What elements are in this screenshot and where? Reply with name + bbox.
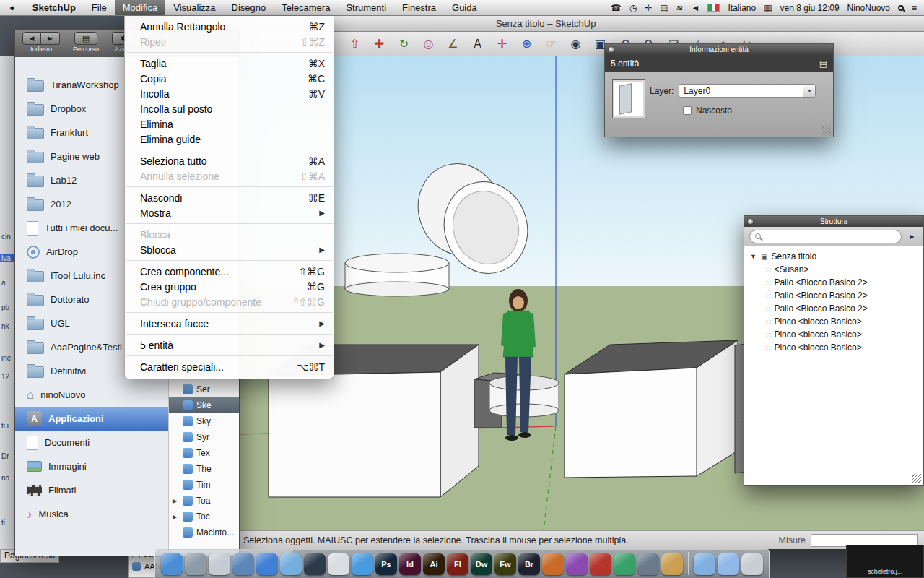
tape-measure-tool-icon[interactable]: ∠ bbox=[445, 35, 461, 52]
menu-item-seleziona-tutto[interactable]: Seleziona tutto⌘A bbox=[125, 153, 334, 168]
axes-tool-icon[interactable]: ✛ bbox=[494, 35, 510, 52]
file-row-toa[interactable]: ▶Toa bbox=[169, 493, 239, 509]
menu-item-caratteri-speciali[interactable]: Caratteri speciali...⌥⌘T bbox=[125, 359, 334, 374]
cylinder-left[interactable] bbox=[345, 254, 449, 296]
layer-select[interactable]: Layer0 ▼ bbox=[679, 84, 816, 98]
entity-info-titlebar[interactable]: Informazioni entità bbox=[605, 44, 833, 55]
menubar-item-strumenti[interactable]: Strumenti bbox=[338, 0, 394, 15]
dock-app-icon-6[interactable] bbox=[637, 553, 659, 575]
file-row-the[interactable]: The bbox=[169, 461, 239, 477]
dock-itunes-icon[interactable] bbox=[352, 553, 373, 575]
menu-item-elimina[interactable]: Elimina bbox=[125, 116, 334, 131]
outliner-search-input[interactable] bbox=[749, 230, 902, 243]
offset-tool-icon[interactable]: ◎ bbox=[420, 35, 437, 52]
menu-item-elimina-guide[interactable]: Elimina guide bbox=[125, 131, 334, 147]
text-tool-icon[interactable]: A bbox=[469, 35, 486, 52]
dock-app-icon-4[interactable] bbox=[566, 553, 588, 575]
file-row-ske[interactable]: Ske bbox=[169, 397, 239, 413]
panel-toggle-icon[interactable]: ▤ bbox=[819, 59, 827, 69]
tree-item-pinco-blocco-basico[interactable]: ∷Pinco <blocco Basico> bbox=[744, 341, 923, 354]
resize-grip[interactable] bbox=[912, 474, 921, 483]
italian-flag-icon[interactable] bbox=[707, 4, 720, 12]
keyboard-viewer-icon[interactable]: ▦ bbox=[764, 3, 772, 13]
path-button[interactable]: ▤ bbox=[74, 32, 97, 45]
menubar-item-disegno[interactable]: Disegno bbox=[224, 0, 274, 15]
dock-illustrator-icon[interactable]: Ai bbox=[423, 553, 445, 575]
filter-icon[interactable]: ▸ bbox=[906, 230, 918, 243]
menubar-item-visualizza[interactable]: Visualizza bbox=[165, 0, 223, 15]
rotate-tool-icon[interactable]: ↻ bbox=[396, 35, 412, 52]
sidebar-item-filmati[interactable]: Filmati bbox=[15, 478, 168, 502]
sidebar-item-ninonuovo[interactable]: ⌂ninoNuovo bbox=[15, 383, 168, 407]
dock-app-icon-3[interactable] bbox=[542, 553, 564, 575]
tree-root[interactable]: ▼▣Senza titolo bbox=[744, 250, 923, 263]
spotlight-icon[interactable] bbox=[898, 5, 904, 11]
dock-app-icon-1[interactable] bbox=[304, 553, 326, 575]
file-row-toc[interactable]: ▶Toc bbox=[169, 509, 239, 525]
menu-item-crea-componente[interactable]: Crea componente...⇧⌘G bbox=[125, 264, 334, 279]
dock-documents-stack-icon[interactable] bbox=[694, 553, 715, 575]
file-row-tim[interactable]: Tim bbox=[169, 477, 239, 493]
dock-dashboard-icon[interactable] bbox=[185, 553, 206, 575]
dock-trash-icon[interactable] bbox=[741, 553, 763, 575]
menubar-item-telecamera[interactable]: Telecamera bbox=[274, 0, 338, 15]
file-row-macinto[interactable]: Macinto... bbox=[169, 525, 239, 540]
close-icon[interactable] bbox=[608, 46, 614, 53]
disclosure-triangle-icon[interactable]: ▶ bbox=[173, 498, 179, 504]
menu-item-5-entit[interactable]: 5 entità▶ bbox=[125, 337, 334, 353]
menubar-clock[interactable]: ven 8 giu 12:09 bbox=[780, 3, 840, 13]
dock-bridge-icon[interactable]: Br bbox=[518, 553, 540, 575]
file-row-syr[interactable]: Syr bbox=[169, 429, 239, 445]
tree-item-susan[interactable]: ∷<Susan> bbox=[744, 263, 923, 276]
dock-app-icon-2[interactable] bbox=[328, 553, 349, 575]
dock-downloads-stack-icon[interactable] bbox=[718, 553, 739, 575]
menu-item-interseca-facce[interactable]: Interseca facce▶ bbox=[125, 316, 334, 331]
menu-item-nascondi[interactable]: Nascondi⌘E bbox=[125, 190, 334, 205]
dock-launchpad-icon[interactable] bbox=[209, 553, 230, 575]
menu-item-sblocca[interactable]: Sblocca▶ bbox=[125, 242, 334, 257]
forward-button[interactable]: ▶ bbox=[41, 32, 60, 45]
hidden-checkbox[interactable] bbox=[683, 106, 692, 115]
dock-mission-control-icon[interactable] bbox=[232, 553, 254, 575]
input-language[interactable]: Italiano bbox=[728, 3, 756, 13]
sidebar-item-musica[interactable]: ♪Musica bbox=[15, 502, 168, 526]
window-thumbnail[interactable]: scheletro.j... bbox=[846, 545, 924, 578]
wifi-icon[interactable]: ≋ bbox=[676, 3, 684, 13]
dock-dreamweaver-icon[interactable]: Dw bbox=[471, 553, 492, 575]
notification-center-icon[interactable]: ≡ bbox=[912, 3, 917, 13]
dock-mail-icon[interactable] bbox=[280, 553, 302, 575]
menubar-item-file[interactable]: File bbox=[84, 0, 115, 15]
dock-sketchup-icon[interactable] bbox=[590, 553, 611, 575]
menubar-item-sketchup[interactable]: SketchUp bbox=[25, 0, 84, 15]
menubar-item-guida[interactable]: Guida bbox=[444, 0, 485, 15]
menu-item-incolla-sul-posto[interactable]: Incolla sul posto bbox=[125, 101, 334, 116]
menu-item-annulla-rettangolo[interactable]: Annulla Rettangolo⌘Z bbox=[125, 19, 334, 34]
file-row-tex[interactable]: Tex bbox=[169, 445, 239, 461]
orbit-tool-icon[interactable]: ⊕ bbox=[518, 35, 535, 52]
box-right[interactable] bbox=[565, 340, 738, 478]
tree-item-pinco-blocco-basico[interactable]: ∷Pinco <blocco Basico> bbox=[744, 328, 923, 341]
pan-tool-icon[interactable]: ☞ bbox=[543, 35, 559, 52]
tree-item-pallo-blocco-basico-2[interactable]: ∷Pallo <Blocco Basico 2> bbox=[744, 289, 923, 302]
sidebar-item-immagini[interactable]: Immagini bbox=[15, 454, 168, 478]
dock-app-icon-7[interactable] bbox=[661, 553, 683, 575]
dock-indesign-icon[interactable]: Id bbox=[399, 553, 421, 575]
menu-item-incolla[interactable]: Incolla⌘V bbox=[125, 86, 334, 101]
menu-item-copia[interactable]: Copia⌘C bbox=[125, 71, 334, 86]
phone-icon[interactable]: ☎ bbox=[611, 3, 622, 13]
display-icon[interactable]: ▤ bbox=[660, 3, 668, 13]
close-icon[interactable] bbox=[747, 218, 754, 225]
dock-flash-icon[interactable]: Fl bbox=[447, 553, 468, 575]
disclosure-triangle-icon[interactable]: ▼ bbox=[750, 253, 757, 260]
tree-item-pinco-blocco-basico[interactable]: ∷Pinco <blocco Basico> bbox=[744, 315, 923, 328]
back-button[interactable]: ◀ bbox=[22, 32, 41, 45]
dock-safari-icon[interactable] bbox=[256, 553, 278, 575]
dock-fireworks-icon[interactable]: Fw bbox=[494, 553, 516, 575]
menu-item-mostra[interactable]: Mostra▶ bbox=[125, 205, 334, 220]
sidebar-item-applicazioni[interactable]: AApplicazioni bbox=[15, 407, 168, 431]
accessibility-icon[interactable]: ✛ bbox=[645, 3, 652, 13]
zoom-tool-icon[interactable]: ◉ bbox=[567, 35, 584, 52]
menu-item-taglia[interactable]: Taglia⌘X bbox=[125, 56, 334, 71]
sidebar-item-documenti[interactable]: Documenti bbox=[15, 431, 168, 454]
menu-item-crea-gruppo[interactable]: Crea gruppo⌘G bbox=[125, 279, 334, 294]
